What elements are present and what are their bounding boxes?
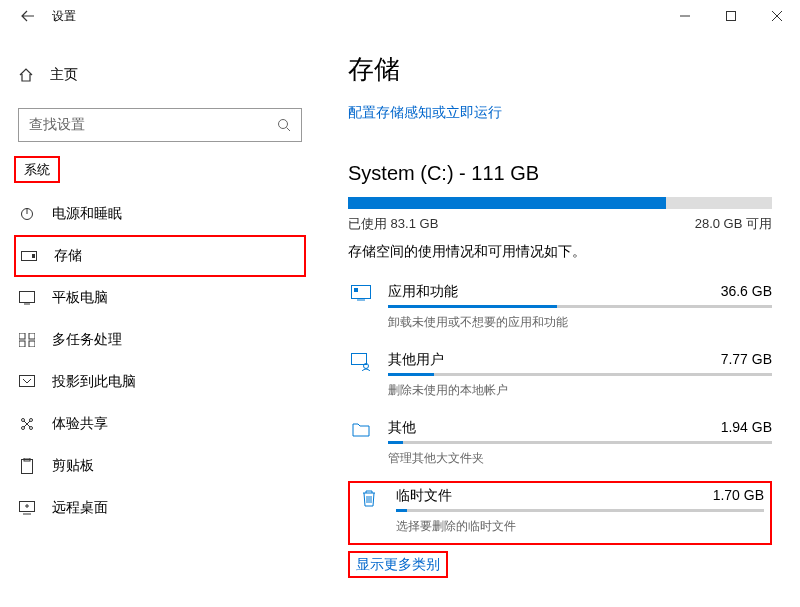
- show-more-link[interactable]: 显示更多类别: [356, 556, 440, 572]
- storage-sense-link[interactable]: 配置存储感知或立即运行: [348, 104, 502, 120]
- category-sub: 选择要删除的临时文件: [396, 518, 764, 535]
- sidebar-item-label: 剪贴板: [52, 457, 94, 475]
- sidebar-item-label: 电源和睡眠: [52, 205, 122, 223]
- minimize-button[interactable]: [662, 0, 708, 32]
- drive-title: System (C:) - 111 GB: [348, 162, 772, 185]
- close-button[interactable]: [754, 0, 800, 32]
- category-name: 应用和功能: [388, 283, 458, 301]
- share-icon: [18, 416, 36, 432]
- window-controls: [662, 0, 800, 32]
- category-name: 临时文件: [396, 487, 452, 505]
- drive-stats: 已使用 83.1 GB 28.0 GB 可用: [348, 215, 772, 233]
- search-placeholder: 查找设置: [29, 116, 85, 134]
- sidebar-item-power[interactable]: 电源和睡眠: [0, 193, 320, 235]
- category-size: 7.77 GB: [721, 351, 772, 369]
- sidebar-item-storage[interactable]: 存储: [16, 237, 304, 275]
- drive-free: 28.0 GB 可用: [695, 215, 772, 233]
- category-sub: 管理其他大文件夹: [388, 450, 772, 467]
- project-icon: [18, 375, 36, 389]
- drive-desc: 存储空间的使用情况和可用情况如下。: [348, 243, 772, 261]
- home-label: 主页: [50, 66, 78, 84]
- page-title: 存储: [348, 52, 772, 87]
- drive-usage-fill: [348, 197, 666, 209]
- sidebar-item-label: 远程桌面: [52, 499, 108, 517]
- svg-rect-15: [29, 341, 35, 347]
- sidebar-item-label: 投影到此电脑: [52, 373, 136, 391]
- svg-rect-1: [727, 12, 736, 21]
- svg-rect-23: [22, 460, 33, 474]
- clipboard-icon: [18, 458, 36, 474]
- category-size: 36.6 GB: [721, 283, 772, 301]
- home-nav[interactable]: 主页: [0, 56, 320, 94]
- section-system-label: 系统: [14, 156, 60, 183]
- maximize-button[interactable]: [708, 0, 754, 32]
- category-name: 其他用户: [388, 351, 444, 369]
- svg-rect-10: [20, 292, 35, 303]
- titlebar: 设置: [0, 0, 800, 32]
- category-sub: 删除未使用的本地帐户: [388, 382, 772, 399]
- svg-rect-13: [29, 333, 35, 339]
- svg-rect-16: [20, 376, 35, 387]
- search-input[interactable]: 查找设置: [18, 108, 302, 142]
- back-button[interactable]: [12, 0, 44, 32]
- category-name: 其他: [388, 419, 416, 437]
- category-temp-highlight: 临时文件1.70 GB 选择要删除的临时文件: [348, 481, 772, 545]
- svg-point-4: [279, 120, 288, 129]
- tablet-icon: [18, 291, 36, 305]
- svg-rect-14: [19, 341, 25, 347]
- apps-icon: [348, 283, 374, 301]
- sidebar-item-clipboard[interactable]: 剪贴板: [0, 445, 320, 487]
- category-size: 1.94 GB: [721, 419, 772, 437]
- sidebar-item-label: 体验共享: [52, 415, 108, 433]
- back-arrow-icon: [21, 9, 35, 23]
- power-icon: [18, 206, 36, 222]
- home-icon: [18, 67, 34, 83]
- svg-rect-12: [19, 333, 25, 339]
- multitask-icon: [18, 333, 36, 347]
- svg-rect-9: [32, 254, 35, 258]
- window-title: 设置: [52, 8, 76, 25]
- trash-icon: [356, 487, 382, 507]
- category-apps[interactable]: 应用和功能36.6 GB 卸载未使用或不想要的应用和功能: [348, 277, 772, 345]
- svg-line-5: [287, 128, 291, 132]
- sidebar-item-project[interactable]: 投影到此电脑: [0, 361, 320, 403]
- content: 存储 配置存储感知或立即运行 System (C:) - 111 GB 已使用 …: [320, 32, 800, 607]
- sidebar-item-tablet[interactable]: 平板电脑: [0, 277, 320, 319]
- sidebar-item-remote[interactable]: 远程桌面: [0, 487, 320, 529]
- category-size: 1.70 GB: [713, 487, 764, 505]
- sidebar-item-label: 多任务处理: [52, 331, 122, 349]
- sidebar-item-label: 存储: [54, 247, 82, 265]
- svg-rect-30: [352, 354, 367, 365]
- drive-usage-bar: [348, 197, 772, 209]
- sidebar-item-label: 平板电脑: [52, 289, 108, 307]
- svg-rect-28: [354, 288, 358, 292]
- search-icon: [277, 118, 291, 132]
- sidebar-item-multitask[interactable]: 多任务处理: [0, 319, 320, 361]
- folder-icon: [348, 419, 374, 437]
- drive-used: 已使用 83.1 GB: [348, 215, 438, 233]
- sidebar: 主页 查找设置 系统 电源和睡眠 存储 平板电脑 多: [0, 32, 320, 607]
- category-other[interactable]: 其他1.94 GB 管理其他大文件夹: [348, 413, 772, 481]
- category-other-users[interactable]: 其他用户7.77 GB 删除未使用的本地帐户: [348, 345, 772, 413]
- category-sub: 卸载未使用或不想要的应用和功能: [388, 314, 772, 331]
- users-icon: [348, 351, 374, 371]
- sidebar-item-share[interactable]: 体验共享: [0, 403, 320, 445]
- category-temp[interactable]: 临时文件1.70 GB 选择要删除的临时文件: [356, 483, 764, 543]
- storage-icon: [20, 251, 38, 261]
- remote-icon: [18, 501, 36, 515]
